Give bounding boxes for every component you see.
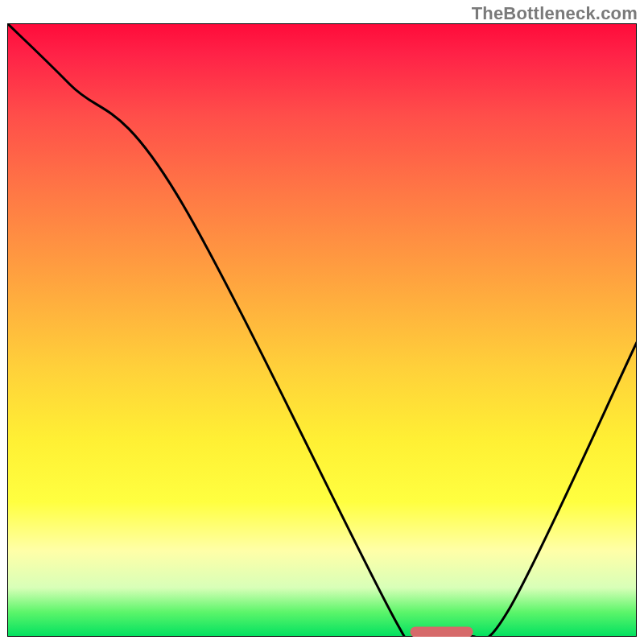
chart-frame (7, 23, 637, 637)
chart-highlight-marker (7, 23, 637, 637)
chart-plot-area (7, 23, 637, 637)
svg-rect-1 (410, 626, 473, 637)
chart-line (7, 23, 637, 637)
watermark-text: TheBottleneck.com (472, 3, 638, 24)
chart-container: TheBottleneck.com (0, 0, 644, 644)
svg-rect-0 (8, 24, 637, 637)
